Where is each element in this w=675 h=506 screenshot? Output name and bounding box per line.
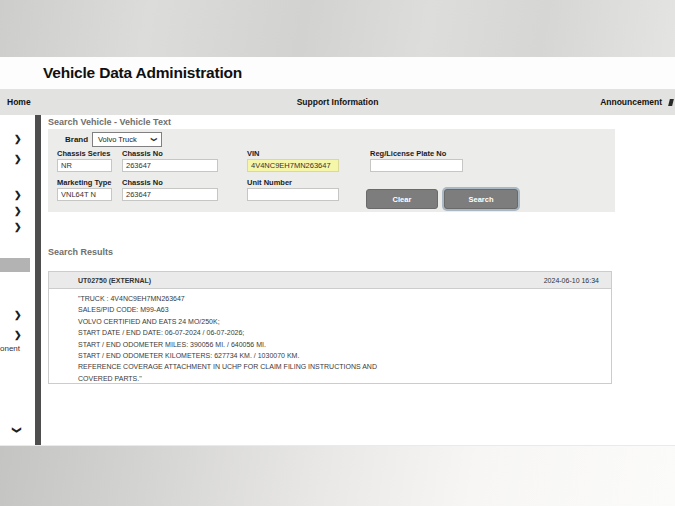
brand-label: Brand [65,135,88,144]
brand-select[interactable]: Volvo Truck ❯ [92,132,162,147]
chassis-series-field[interactable] [57,159,112,172]
result-line: START / END ODOMETER KILOMETERS: 627734 … [78,350,601,361]
chevron-right-icon[interactable]: ❯ [14,154,22,164]
nav-item-support-information[interactable]: Support Information [297,97,379,107]
chassis-no2-field[interactable] [122,188,218,201]
chassis-no2-label: Chassis No [122,178,163,187]
result-line: VOLVO CERTIFIED AND EATS 24 MO/250K; [78,316,601,327]
partial-nav-glyph [668,99,674,106]
result-line: "TRUCK : 4V4NC9EH7MN263647 [78,293,601,304]
search-results-box: UT02750 (EXTERNAL) 2024-06-10 16:34 "TRU… [48,271,612,384]
content-area: Search Vehicle - Vehicle Text Brand Volv… [41,115,675,445]
sidebar-item-partial-label[interactable]: onent [0,344,20,353]
chevron-right-icon[interactable]: ❯ [14,206,22,216]
main-area: ❯ ❯ ❯ ❯ ❯ ❯ ❯ onent ❯ Search Vehicle - V… [0,115,675,445]
marketing-type-label: Marketing Type [57,178,111,187]
search-form-panel: Brand Volvo Truck ❯ Chassis Series Chass… [48,129,615,212]
chevron-right-icon[interactable]: ❯ [14,190,22,200]
nav-item-announcement[interactable]: Announcement [600,97,662,107]
chevron-right-icon[interactable]: ❯ [14,310,22,320]
reg-plate-field[interactable] [370,159,463,172]
search-button[interactable]: Search [444,189,518,209]
title-band: Vehicle Data Administration [0,57,675,89]
vin-label: VIN [247,149,260,158]
result-line: SALES/PID CODE: M99-A63 [78,304,601,315]
clear-button[interactable]: Clear [366,189,438,209]
sidebar: ❯ ❯ ❯ ❯ ❯ ❯ ❯ onent ❯ [0,115,35,445]
chevron-down-icon[interactable]: ❯ [12,426,22,434]
result-line: REFERENCE COVERAGE ATTACHMENT IN UCHP FO… [78,361,601,372]
unit-number-field[interactable] [247,188,339,201]
chevron-down-icon: ❯ [151,137,158,142]
result-entry-code: UT02750 (EXTERNAL) [78,277,151,284]
chassis-no-label: Chassis No [122,149,163,158]
page-title: Vehicle Data Administration [43,64,242,82]
chassis-no-field[interactable] [122,159,218,172]
result-line: START DATE / END DATE: 06-07-2024 / 06-0… [78,327,601,338]
chevron-right-icon[interactable]: ❯ [14,330,22,340]
footer-gradient-band [0,445,675,506]
sidebar-selected-item[interactable] [0,258,30,272]
search-results-title: Search Results [48,247,113,257]
brand-select-value: Volvo Truck [98,135,137,144]
chevron-right-icon[interactable]: ❯ [14,222,22,232]
reg-plate-label: Reg/License Plate No [370,149,446,158]
unit-number-label: Unit Number [247,178,292,187]
chassis-series-label: Chassis Series [57,149,110,158]
nav-bar: Home Support Information Announcement [0,89,675,115]
top-gradient-band [0,0,675,57]
search-section-title: Search Vehicle - Vehicle Text [48,117,171,127]
result-line: START / END ODOMETER MILES: 390056 MI. /… [78,339,601,350]
result-entry-timestamp: 2024-06-10 16:34 [544,277,599,284]
chevron-right-icon[interactable]: ❯ [14,134,22,144]
result-line: COVERED PARTS." [78,373,601,384]
vin-field[interactable] [247,159,339,172]
page: Vehicle Data Administration Home Support… [0,0,675,506]
result-entry-header[interactable]: UT02750 (EXTERNAL) 2024-06-10 16:34 [49,272,611,289]
nav-item-home[interactable]: Home [7,97,31,107]
result-entry-body: "TRUCK : 4V4NC9EH7MN263647 SALES/PID COD… [49,289,611,384]
marketing-type-field[interactable] [57,188,112,201]
